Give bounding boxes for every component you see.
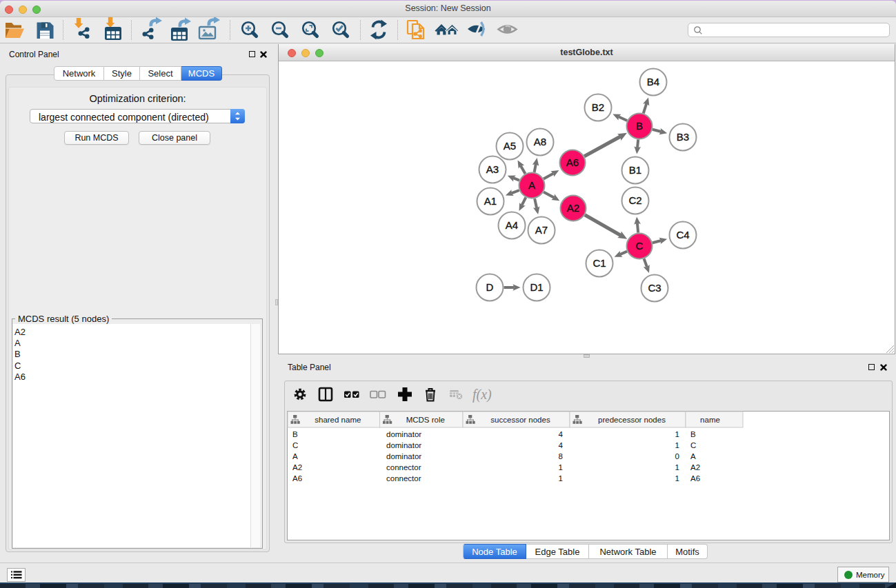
svg-text:f(x): f(x): [472, 387, 492, 403]
svg-text:A2: A2: [567, 202, 579, 214]
svg-text:B: B: [292, 430, 298, 438]
svg-text:A2: A2: [292, 463, 302, 472]
svg-text:C2: C2: [628, 194, 641, 206]
svg-text:1: 1: [675, 441, 679, 449]
svg-text:dominator: dominator: [386, 430, 421, 438]
svg-text:C1: C1: [593, 257, 606, 269]
svg-text:1: 1: [675, 430, 679, 438]
svg-text:1: 1: [559, 463, 563, 472]
svg-text:B: B: [636, 120, 643, 132]
svg-text:B3: B3: [677, 131, 689, 143]
svg-text:4: 4: [559, 430, 564, 438]
svg-text:name: name: [700, 416, 720, 424]
svg-text:A5: A5: [504, 140, 516, 152]
svg-text:1: 1: [675, 474, 679, 483]
svg-text:A: A: [292, 452, 298, 460]
svg-text:C: C: [292, 441, 298, 449]
svg-text:A4: A4: [506, 219, 518, 231]
svg-text:A: A: [528, 179, 535, 191]
svg-text:predecessor nodes: predecessor nodes: [598, 416, 666, 424]
svg-text:A: A: [690, 452, 696, 460]
svg-text:A7: A7: [535, 224, 548, 236]
svg-text:B: B: [690, 430, 696, 438]
svg-text:dominator: dominator: [386, 441, 421, 449]
svg-text:A6: A6: [292, 474, 302, 483]
svg-text:1: 1: [559, 474, 563, 483]
svg-text:A3: A3: [486, 163, 499, 175]
svg-text:successor nodes: successor nodes: [490, 416, 550, 424]
svg-text:connector: connector: [386, 474, 421, 483]
svg-text:0: 0: [675, 452, 679, 460]
svg-text:B4: B4: [647, 76, 659, 88]
svg-text:shared name: shared name: [315, 416, 361, 424]
svg-text:1: 1: [675, 463, 679, 472]
svg-text:A6: A6: [690, 474, 700, 483]
svg-text:C: C: [690, 441, 696, 449]
svg-text:dominator: dominator: [386, 452, 421, 460]
svg-text:B2: B2: [592, 101, 604, 113]
svg-text:A2: A2: [690, 463, 700, 472]
svg-text:B1: B1: [629, 164, 641, 176]
svg-text:C4: C4: [676, 229, 689, 241]
svg-text:D1: D1: [530, 281, 543, 293]
svg-text:4: 4: [559, 441, 564, 449]
svg-text:D: D: [486, 281, 494, 293]
svg-text:A6: A6: [566, 156, 579, 168]
svg-text:connector: connector: [386, 463, 421, 472]
svg-text:A8: A8: [534, 136, 546, 148]
svg-text:C3: C3: [648, 282, 661, 294]
svg-text:8: 8: [559, 452, 563, 460]
svg-text:A1: A1: [484, 195, 497, 207]
svg-text:MCDS role: MCDS role: [406, 416, 445, 424]
svg-text:C: C: [636, 240, 644, 252]
